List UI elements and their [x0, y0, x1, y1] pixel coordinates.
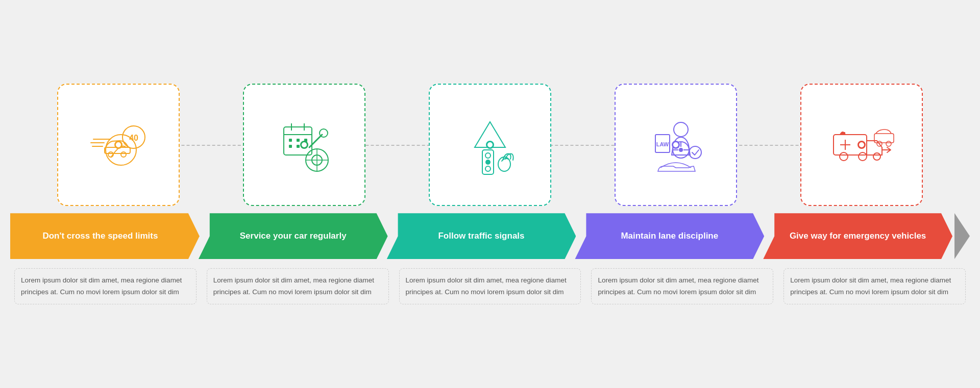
arrow-label-service: Service your car regularly	[199, 213, 388, 259]
desc-text-emergency: Lorem ipsum dolor sit dim amet, mea regi…	[790, 275, 959, 298]
arrow-service: Service your car regularly	[199, 213, 388, 259]
cards-row: 40	[10, 84, 970, 206]
end-arrow	[954, 213, 970, 259]
desc-lane: Lorem ipsum dolor sit dim amet, mea regi…	[591, 268, 773, 304]
svg-point-43	[873, 153, 880, 160]
svg-rect-37	[655, 160, 696, 171]
descriptions-row: Lorem ipsum dolor sit dim amet, mea regi…	[10, 268, 970, 304]
svg-rect-14	[297, 139, 300, 142]
svg-rect-13	[289, 139, 292, 142]
arrow-label-speed: Don't cross the speed limits	[10, 213, 200, 259]
svg-text:40: 40	[129, 134, 138, 142]
arrow-label-emergency: Give way for emergency vehicles	[763, 213, 952, 259]
desc-text-lane: Lorem ipsum dolor sit dim amet, mea regi…	[598, 275, 767, 298]
svg-point-41	[840, 152, 848, 161]
svg-point-28	[674, 122, 688, 137]
svg-rect-16	[289, 145, 292, 148]
arrow-lane: Maintain lane discipline	[575, 213, 764, 259]
desc-text-traffic: Lorem ipsum dolor sit dim amet, mea regi…	[406, 275, 575, 298]
arrow-speed: Don't cross the speed limits	[10, 213, 200, 259]
svg-point-47	[886, 141, 891, 146]
svg-text:LAW: LAW	[656, 141, 669, 147]
svg-rect-2	[90, 142, 105, 143]
desc-speed: Lorem ipsum dolor sit dim amet, mea regi…	[14, 268, 197, 304]
svg-point-6	[121, 152, 126, 157]
svg-point-42	[859, 152, 867, 161]
svg-rect-1	[93, 139, 111, 140]
svg-point-25	[485, 160, 491, 165]
desc-emergency: Lorem ipsum dolor sit dim amet, mea regi…	[783, 268, 966, 304]
svg-rect-17	[297, 145, 300, 148]
infographic: 40	[10, 84, 970, 304]
desc-traffic: Lorem ipsum dolor sit dim amet, mea regi…	[399, 268, 581, 304]
svg-point-36	[689, 146, 701, 159]
desc-text-speed: Lorem ipsum dolor sit dim amet, mea regi…	[21, 275, 190, 298]
arrow-emergency: Give way for emergency vehicles	[763, 213, 952, 259]
arrow-traffic: Follow traffic signals	[387, 213, 576, 259]
arrow-label-lane: Maintain lane discipline	[575, 213, 764, 259]
svg-point-18	[320, 129, 328, 137]
arrows-row: Don't cross the speed limits Service you…	[10, 213, 970, 259]
svg-point-24	[485, 153, 491, 158]
svg-rect-44	[841, 132, 845, 135]
svg-rect-3	[92, 146, 103, 147]
svg-point-30	[679, 148, 683, 152]
svg-point-26	[485, 166, 491, 171]
desc-text-service: Lorem ipsum dolor sit dim amet, mea regi…	[213, 275, 382, 298]
arrow-label-traffic: Follow traffic signals	[387, 213, 576, 259]
desc-service: Lorem ipsum dolor sit dim amet, mea regi…	[207, 268, 389, 304]
